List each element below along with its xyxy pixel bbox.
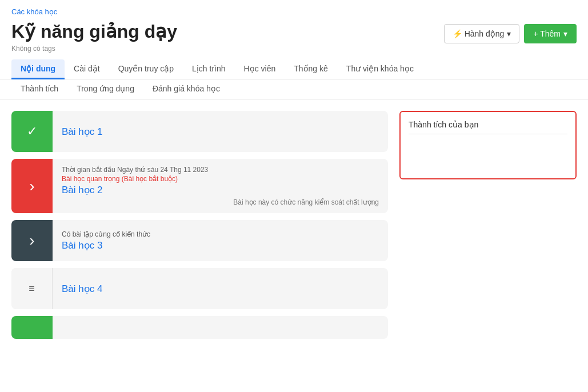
tab-danh-gia[interactable]: Đánh giá khóa học bbox=[143, 79, 229, 99]
tab-thu-vien[interactable]: Thư viện khóa học bbox=[337, 59, 423, 79]
tab-cai-dat[interactable]: Cài đặt bbox=[65, 59, 109, 79]
lesson-body bbox=[53, 316, 388, 339]
lesson-icon: ≡ bbox=[11, 268, 53, 309]
page-title: Kỹ năng giảng dạy bbox=[11, 21, 177, 42]
tab-hoc-vien[interactable]: Học viên bbox=[235, 59, 285, 79]
lesson-title: Bài học 1 bbox=[62, 126, 379, 138]
lesson-card[interactable]: ✓ Bài học 1 bbox=[11, 111, 388, 152]
lesson-title: Bài học 3 bbox=[62, 239, 379, 251]
achievement-title: Thành tích của bạn bbox=[409, 120, 567, 134]
tab-trong-ung-dung[interactable]: Trong ứng dụng bbox=[67, 79, 143, 99]
tab-thong-ke[interactable]: Thống kê bbox=[285, 59, 337, 79]
lesson-important: Bài học quan trọng (Bài học bắt buộc) bbox=[62, 175, 379, 183]
sidebar-col: Thành tích của bạn bbox=[399, 111, 577, 339]
tabs-row-2: Thành tích Trong ứng dụng Đánh giá khóa … bbox=[0, 79, 588, 99]
lesson-meta: Thời gian bắt đầu Ngày thứ sáu 24 Thg 11… bbox=[62, 166, 379, 174]
lesson-card[interactable]: › Có bài tập củng cố kiến thức Bài học 3 bbox=[11, 220, 388, 261]
tab-noi-dung[interactable]: Nội dung bbox=[11, 59, 65, 79]
lesson-title: Bài học 2 bbox=[62, 184, 379, 196]
tab-lich-trinh[interactable]: Lịch trình bbox=[183, 59, 234, 79]
lesson-body: Thời gian bắt đầu Ngày thứ sáu 24 Thg 11… bbox=[53, 159, 388, 213]
action-button[interactable]: ⚡ Hành động ▾ bbox=[444, 24, 520, 43]
lesson-icon bbox=[11, 316, 53, 339]
add-button-arrow: ▾ bbox=[563, 29, 567, 38]
tab-thanh-tich[interactable]: Thành tích bbox=[11, 79, 67, 99]
lesson-icon: › bbox=[11, 159, 53, 213]
no-tags-label: Không có tags bbox=[11, 45, 177, 53]
achievement-box: Thành tích của bạn bbox=[399, 111, 577, 179]
lesson-body: Có bài tập củng cố kiến thức Bài học 3 bbox=[53, 220, 388, 261]
breadcrumb-link[interactable]: Các khóa học bbox=[11, 7, 57, 16]
tab-quyen-truy-cap[interactable]: Quyền truy cập bbox=[109, 59, 183, 79]
header-actions: ⚡ Hành động ▾ + Thêm ▾ bbox=[444, 24, 577, 43]
action-button-arrow: ▾ bbox=[507, 29, 511, 38]
lesson-note: Bài học này có chức năng kiểm soát chất … bbox=[62, 198, 379, 206]
lessons-list: ✓ Bài học 1 › Thời gian bắt đầu Ngày thứ… bbox=[11, 111, 388, 339]
lesson-card[interactable]: › Thời gian bắt đầu Ngày thứ sáu 24 Thg … bbox=[11, 159, 388, 213]
lesson-icon: ✓ bbox=[11, 111, 53, 152]
lesson-card[interactable] bbox=[11, 316, 388, 339]
action-button-label: ⚡ Hành động bbox=[453, 29, 505, 38]
add-button-label: + Thêm bbox=[533, 29, 561, 38]
lesson-card[interactable]: ≡ Bài học 4 bbox=[11, 268, 388, 309]
lesson-body: Bài học 1 bbox=[53, 111, 388, 152]
lesson-title: Bài học 4 bbox=[62, 283, 379, 295]
lesson-body: Bài học 4 bbox=[53, 268, 388, 309]
lesson-exercise: Có bài tập củng cố kiến thức bbox=[62, 230, 379, 238]
main-content: ✓ Bài học 1 › Thời gian bắt đầu Ngày thứ… bbox=[0, 99, 588, 350]
tabs-row-1: Nội dung Cài đặt Quyền truy cập Lịch trì… bbox=[0, 53, 588, 79]
add-button[interactable]: + Thêm ▾ bbox=[524, 24, 577, 43]
lesson-icon: › bbox=[11, 220, 53, 261]
